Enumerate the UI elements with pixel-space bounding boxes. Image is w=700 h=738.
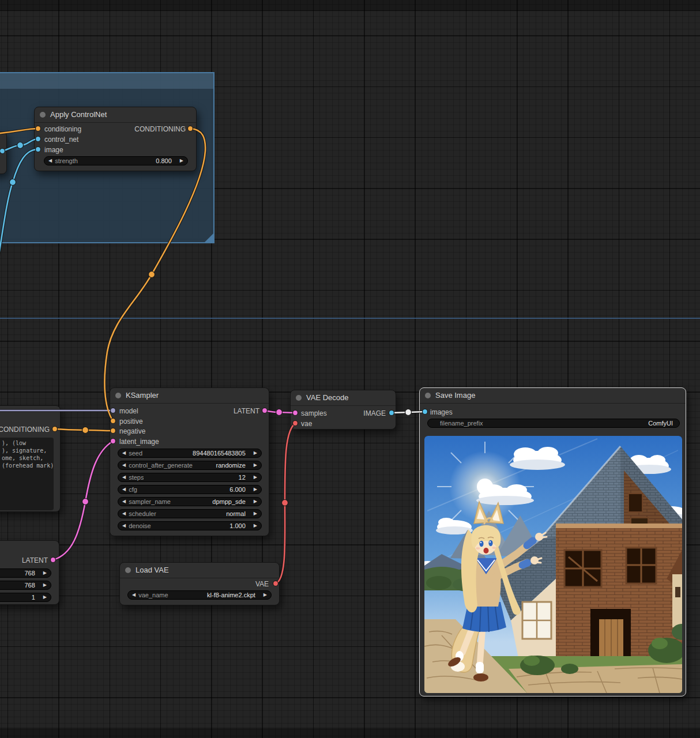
input-label-latent-image: latent_image: [119, 437, 159, 446]
widget-sampler-name[interactable]: ◀ sampler_name dpmpp_sde ▶: [118, 497, 262, 506]
widget-seed[interactable]: ◀ seed 894480165483805 ▶: [118, 449, 262, 458]
link-dot[interactable]: [82, 427, 89, 434]
edge-node-partial[interactable]: [0, 131, 7, 174]
input-label-positive: positive: [119, 417, 143, 426]
widget-height[interactable]: 768 ▶: [0, 581, 51, 590]
widget-cfg[interactable]: ◀ cfg 6.000 ▶: [118, 485, 262, 494]
output-label-conditioning: CONDITIONING: [134, 125, 186, 134]
wire-conditioning-to-negative[interactable]: [55, 429, 113, 431]
generated-image-preview: [424, 436, 682, 693]
input-label-samples: samples: [301, 409, 327, 418]
node-group-header[interactable]: [0, 73, 213, 89]
link-dot[interactable]: [276, 409, 283, 416]
decrement-icon[interactable]: ◀: [122, 485, 126, 494]
widget-strength[interactable]: ◀ strength 0.800 ▶: [44, 156, 188, 165]
node-empty-latent-partial[interactable]: LATENT 768 ▶ 768 ▶ 1 ▶: [0, 540, 59, 605]
output-label-latent: LATENT: [22, 556, 48, 565]
decrement-icon[interactable]: ◀: [122, 461, 126, 470]
node-title: Save Image: [420, 388, 686, 403]
input-label-negative: negative: [119, 427, 145, 436]
node-ksampler[interactable]: KSampler model positive negative latent_…: [110, 387, 269, 536]
input-label-images: images: [430, 408, 453, 417]
group-resize-handle[interactable]: [205, 234, 213, 242]
node-save-image[interactable]: Save Image images filename_prefix ComfyU…: [419, 387, 686, 696]
widget-width[interactable]: 768 ▶: [0, 568, 51, 578]
increment-icon[interactable]: ▶: [43, 593, 47, 602]
wire-latent-to-ksampler[interactable]: [53, 441, 113, 560]
node-load-vae[interactable]: Load VAE VAE ◀ vae_name kl-f8-anime2.ckp…: [119, 562, 280, 605]
node-title: VAE Decode: [291, 390, 396, 405]
link-dot[interactable]: [282, 500, 288, 506]
input-label-control-net: control_net: [44, 135, 78, 144]
decrement-icon[interactable]: ◀: [132, 590, 136, 600]
decrement-icon[interactable]: ◀: [122, 521, 126, 530]
prompt-textarea[interactable]: ), (low ), signature, ome, sketch, (fore…: [0, 438, 54, 510]
title-divider: [35, 122, 196, 123]
canvas-top-band: [0, 0, 700, 11]
decrement-icon[interactable]: ◀: [122, 473, 126, 482]
increment-icon[interactable]: ▶: [254, 509, 257, 518]
input-label-vae: vae: [301, 419, 312, 428]
decrement-icon[interactable]: ◀: [48, 156, 52, 165]
decrement-icon[interactable]: ◀: [122, 497, 126, 506]
node-title: KSampler: [110, 388, 269, 403]
node-title: Load VAE: [120, 563, 279, 578]
widget-filename-prefix[interactable]: filename_prefix ComfyUI: [427, 419, 680, 428]
increment-icon[interactable]: ▶: [43, 581, 47, 590]
increment-icon[interactable]: ▶: [254, 521, 257, 530]
title-divider: [420, 403, 686, 404]
link-dot[interactable]: [149, 272, 155, 278]
increment-icon[interactable]: ▶: [254, 497, 257, 506]
widget-vae-name[interactable]: ◀ vae_name kl-f8-anime2.ckpt ▶: [127, 590, 272, 600]
increment-icon[interactable]: ▶: [264, 590, 267, 600]
node-graph-canvas[interactable]: Apply ControlNet conditioning control_ne…: [0, 0, 700, 738]
anime-scene-illustration: [424, 436, 682, 693]
node-apply-controlnet[interactable]: Apply ControlNet conditioning control_ne…: [34, 107, 197, 171]
node-clip-text-partial[interactable]: CONDITIONING ), (low ), signature, ome, …: [0, 405, 61, 512]
output-label-image: IMAGE: [363, 409, 386, 418]
increment-icon[interactable]: ▶: [180, 156, 183, 165]
increment-icon[interactable]: ▶: [254, 473, 257, 482]
increment-icon[interactable]: ▶: [254, 485, 257, 494]
increment-icon[interactable]: ▶: [43, 568, 47, 578]
wire-vae[interactable]: [276, 423, 295, 583]
link-dot[interactable]: [405, 409, 412, 416]
widget-batch-size[interactable]: 1 ▶: [0, 593, 51, 602]
input-label-conditioning: conditioning: [44, 125, 81, 134]
decrement-icon[interactable]: ◀: [122, 449, 126, 458]
canvas-bottom-band: [0, 728, 700, 738]
link-dot[interactable]: [82, 499, 89, 505]
widget-control-after-generate[interactable]: ◀ control_after_generate randomize ▶: [118, 461, 262, 470]
widget-scheduler[interactable]: ◀ scheduler normal ▶: [118, 509, 262, 518]
output-label-conditioning: CONDITIONING: [0, 425, 50, 434]
title-divider: [110, 403, 269, 404]
input-label-model: model: [119, 406, 138, 416]
decrement-icon[interactable]: ◀: [122, 509, 126, 518]
output-label-vae: VAE: [255, 579, 269, 589]
increment-icon[interactable]: ▶: [254, 449, 257, 458]
node-vae-decode[interactable]: VAE Decode samples vae IMAGE: [290, 390, 396, 430]
widget-steps[interactable]: ◀ steps 12 ▶: [118, 473, 262, 482]
node-title: Apply ControlNet: [35, 107, 196, 122]
widget-denoise[interactable]: ◀ denoise 1.000 ▶: [118, 521, 262, 530]
output-label-latent: LATENT: [234, 406, 259, 416]
title-divider: [120, 578, 279, 578]
increment-icon[interactable]: ▶: [254, 461, 257, 470]
input-label-image: image: [44, 145, 63, 155]
title-divider: [291, 405, 396, 406]
